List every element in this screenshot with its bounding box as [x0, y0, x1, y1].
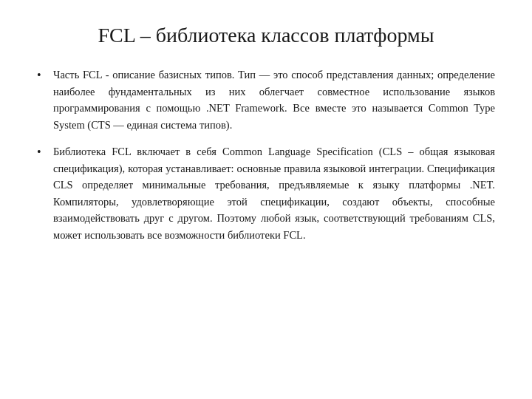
list-item: • Библиотека FCL включает в себя Common … — [37, 143, 495, 243]
bullet-list: • Часть FCL - описание базисных типов. Т… — [37, 66, 495, 243]
page-title: FCL – библиотека классов платформы — [37, 22, 495, 49]
bullet-symbol: • — [37, 66, 50, 85]
list-item-text-1: Часть FCL - описание базисных типов. Тип… — [53, 66, 495, 133]
bullet-symbol: • — [37, 143, 50, 162]
page: FCL – библиотека классов платформы • Час… — [0, 0, 532, 399]
list-item-text-2: Библиотека FCL включает в себя Common La… — [53, 143, 495, 243]
list-item: • Часть FCL - описание базисных типов. Т… — [37, 66, 495, 133]
content-area: • Часть FCL - описание базисных типов. Т… — [37, 66, 495, 377]
